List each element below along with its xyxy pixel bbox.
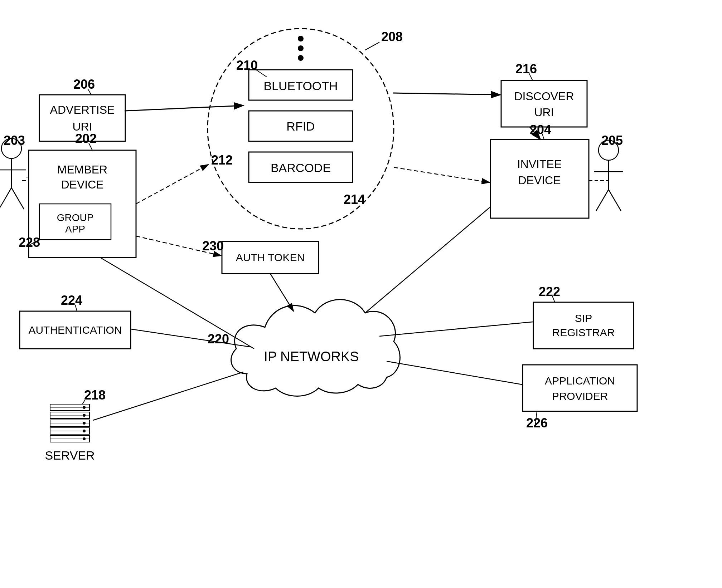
discover-uri-line2: URI — [534, 106, 554, 119]
label-203: 203 — [4, 133, 25, 148]
label-208: 208 — [381, 29, 403, 44]
authtoken-to-ip-arrow — [270, 274, 294, 311]
member-to-ip-line — [100, 258, 254, 349]
bluetooth-label: BLUETOOTH — [263, 79, 338, 93]
label-210: 210 — [236, 58, 258, 73]
server-label: SERVER — [45, 449, 95, 462]
application-provider-line2: PROVIDER — [552, 390, 608, 402]
svg-point-17 — [83, 406, 86, 409]
svg-line-25 — [596, 190, 609, 211]
authentication-label: AUTHENTICATION — [28, 324, 122, 336]
network-diagram: 208 210 BLUETOOTH RFID BARCODE 212 214 A… — [0, 0, 722, 588]
label-206: 206 — [73, 77, 95, 92]
label-218: 218 — [84, 388, 106, 402]
label-205: 205 — [601, 133, 623, 148]
label-226: 226 — [526, 416, 548, 430]
sip-registrar-line2: REGISTRAR — [552, 327, 615, 338]
person-203 — [0, 138, 29, 209]
sip-registrar-box — [533, 302, 634, 349]
svg-point-18 — [83, 414, 86, 417]
label-208-line — [365, 42, 379, 50]
member-device-line2: DEVICE — [61, 178, 103, 191]
dot3 — [298, 55, 304, 61]
ip-networks-label: IP NETWORKS — [264, 349, 359, 364]
server-to-ip-line — [93, 372, 243, 420]
label-230: 230 — [202, 239, 224, 253]
circle-to-invitee-dashed — [394, 167, 490, 182]
svg-point-19 — [83, 422, 86, 425]
dot1 — [298, 36, 304, 41]
group-app-line2: APP — [65, 224, 85, 235]
group-app-line1: GROUP — [57, 212, 94, 223]
member-device-line1: MEMBER — [57, 163, 107, 176]
ip-to-approvider-line — [387, 361, 522, 384]
ip-to-sip-line — [379, 322, 533, 336]
label-220: 220 — [208, 332, 229, 346]
member-to-circle-dashed — [136, 165, 208, 204]
svg-line-26 — [609, 190, 621, 211]
advertise-uri-line1: ADVERTISE — [50, 103, 115, 116]
label-214: 214 — [344, 192, 365, 207]
barcode-label: BARCODE — [271, 161, 331, 175]
label-210-line — [256, 70, 267, 77]
discover-uri-box — [501, 80, 587, 127]
ip-to-invitee-line — [365, 207, 490, 313]
advertise-to-bluetooth-arrow — [125, 106, 243, 111]
circle-to-discover-arrow — [393, 93, 500, 95]
dot2 — [298, 45, 304, 51]
svg-line-5 — [11, 188, 24, 209]
label-204: 204 — [530, 122, 551, 137]
discover-uri-line1: DISCOVER — [514, 90, 574, 103]
rfid-label: RFID — [286, 119, 315, 133]
auth-to-ip-line — [131, 329, 251, 347]
server-icon — [50, 404, 89, 442]
svg-point-21 — [83, 437, 86, 440]
label-216: 216 — [515, 62, 537, 76]
label-222: 222 — [539, 284, 560, 299]
svg-line-4 — [0, 188, 11, 209]
label-228: 228 — [19, 235, 40, 250]
svg-point-20 — [83, 430, 86, 432]
auth-token-label: AUTH TOKEN — [236, 251, 305, 263]
person-205 — [594, 140, 623, 211]
label-202: 202 — [75, 131, 97, 146]
label-224: 224 — [61, 293, 82, 308]
application-provider-line1: APPLICATION — [545, 375, 615, 387]
ip-networks-cloud — [231, 300, 400, 396]
invitee-device-line1: INVITEE — [517, 158, 562, 171]
invitee-device-line2: DEVICE — [518, 174, 561, 187]
application-provider-box — [523, 365, 637, 411]
label-212: 212 — [211, 153, 233, 167]
sip-registrar-line1: SIP — [575, 312, 592, 324]
